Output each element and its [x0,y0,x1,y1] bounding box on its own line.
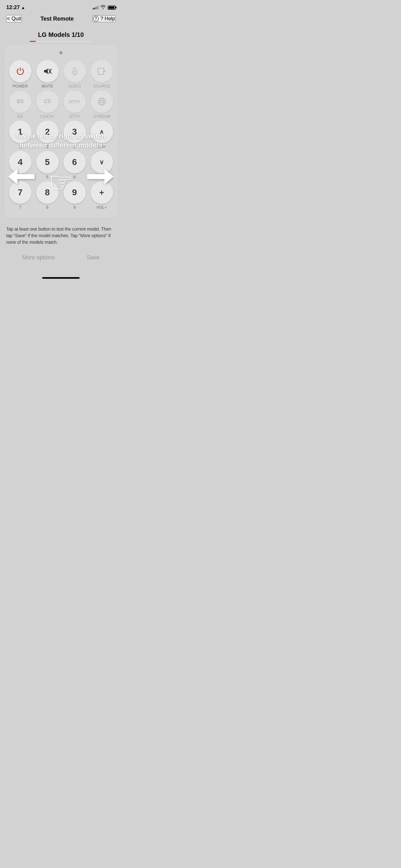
num8-button[interactable]: 8 [36,181,59,204]
status-time: 12:27 ▲ [6,4,25,11]
model-title: LG Models 1/10 [6,31,115,38]
num1-cell: 1 1 [8,121,32,149]
num1-label: 1 [19,144,21,149]
bs-label: BS [18,114,23,119]
num9-label: 9 [73,205,75,210]
remote-panel: POWER MUTE AUDIO [4,45,118,218]
num8-cell: 8 8 [35,181,59,210]
power-cell: POWER [8,60,32,88]
bs-cell: BS BS [8,90,32,119]
model-progress-bar [30,41,92,42]
svg-point-5 [98,98,105,105]
mute-cell: MUTE [35,60,59,88]
more-options-button[interactable]: More options [13,252,64,264]
num7-label: 7 [19,205,21,210]
source-label: SOURCE [93,84,110,88]
mute-label: MUTE [41,84,53,88]
chdown-cell: ∨ CH- [90,151,114,179]
audio-cell: AUDIO [63,60,87,88]
stream-cell: STREAM [90,90,114,119]
home-indicator-bar [42,277,80,279]
num6-cell: 6 6 [63,151,87,179]
svg-point-6 [100,98,103,105]
num5-cell: 5 5 [35,151,59,179]
button-row-5: 7 7 8 8 9 9 + VOL+ [8,181,114,210]
svg-rect-4 [98,68,104,74]
source-button[interactable] [91,60,113,83]
wifi-icon [100,5,106,10]
num4-button[interactable]: 4 [9,151,32,174]
cs-cell: CS CS/CAT [35,90,59,119]
bottom-section: Tap at least one button to test the curr… [0,221,122,275]
button-row-1: POWER MUTE AUDIO [8,60,114,88]
mute-button[interactable] [36,60,59,83]
help-button[interactable]: ? ? Help [93,15,115,22]
status-icons [93,5,115,10]
chup-cell: ∧ CH+ [90,121,114,149]
instructions-text: Tap at least one button to test the curr… [6,226,115,246]
num5-button[interactable]: 5 [36,151,59,174]
stream-button[interactable] [91,90,113,113]
num6-button[interactable]: 6 [63,151,86,174]
battery-icon [108,6,115,10]
chdown-label: CH- [98,175,105,179]
cs-label: CS/CAT [40,114,55,119]
source-cell: SOURCE [90,60,114,88]
signal-icon [93,6,98,9]
num9-button[interactable]: 9 [63,181,86,204]
ch-down-button[interactable]: ∨ [91,151,113,174]
power-button[interactable] [9,60,32,83]
location-icon: ▲ [21,5,25,10]
chup-label: CH+ [97,144,106,149]
audio-label: AUDIO [68,84,81,88]
volup-cell: + VOL+ [90,181,114,210]
status-bar: 12:27 ▲ [0,0,122,12]
num3-button[interactable]: 3 [63,121,86,143]
button-row-4: 4 4 5 5 6 6 ∨ CH- [8,151,114,179]
power-label: POWER [12,84,28,88]
save-button[interactable]: Save [77,252,109,264]
num7-cell: 7 7 [8,181,32,210]
num9-cell: 9 9 [63,181,87,210]
nav-bar: < Quit Test Remote ? ? Help [0,12,122,26]
stream-label: STREAM [93,114,110,119]
cs-button[interactable]: CS [36,90,59,113]
action-buttons: More options Save [6,252,115,264]
ch-up-button[interactable]: ∧ [91,121,113,143]
home-indicator [0,275,122,282]
num4-label: 4 [19,175,21,179]
vol-up-button[interactable]: + [91,181,113,204]
numpad-rows: 1 1 2 2 3 3 ∧ CH+ 4 [8,121,114,210]
audio-button[interactable] [63,60,86,83]
num4-cell: 4 4 [8,151,32,179]
button-row-2: BS BS CS CS/CAT DTTV DTTV [8,90,114,119]
num3-cell: 3 3 [63,121,87,149]
num8-label: 8 [46,205,48,210]
button-row-3: 1 1 2 2 3 3 ∧ CH+ [8,121,114,149]
dttv-cell: DTTV DTTV [63,90,87,119]
num6-label: 6 [73,175,75,179]
num3-label: 3 [73,144,75,149]
dttv-label: DTTV [69,114,80,119]
bs-button[interactable]: BS [9,90,32,113]
num7-button[interactable]: 7 [9,181,32,204]
help-icon: ? [93,16,99,22]
num2-button[interactable]: 2 [36,121,59,143]
page-title: Test Remote [40,16,74,22]
model-progress-fill [30,41,36,42]
panel-dot [8,50,114,56]
quit-button[interactable]: < Quit [6,15,22,23]
volup-label: VOL+ [97,205,107,210]
num2-label: 2 [46,144,48,149]
num5-label: 5 [46,175,48,179]
model-section: LG Models 1/10 [0,26,122,42]
svg-point-2 [73,68,76,72]
num2-cell: 2 2 [35,121,59,149]
num1-button[interactable]: 1 [9,121,32,143]
dttv-button[interactable]: DTTV [63,90,86,113]
